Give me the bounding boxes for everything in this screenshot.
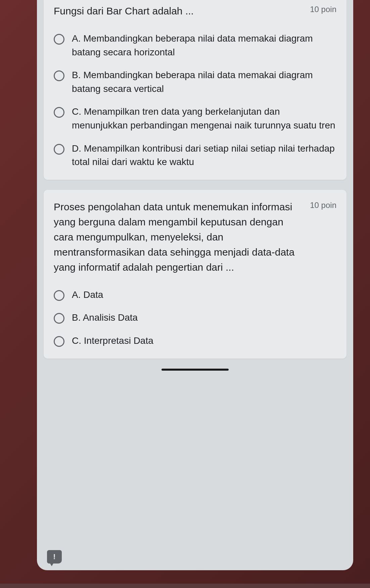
option-text: B. Analisis Data xyxy=(72,311,138,325)
radio-icon xyxy=(54,144,64,155)
question-points: 10 poin xyxy=(310,201,336,210)
option-c[interactable]: C. Interpretasi Data xyxy=(54,334,336,348)
option-a[interactable]: A. Data xyxy=(54,288,336,302)
radio-icon xyxy=(54,336,64,347)
question-card-1: Fungsi dari Bar Chart adalah ... 10 poin… xyxy=(44,0,346,180)
option-d[interactable]: D. Menampilkan kontribusi dari setiap ni… xyxy=(54,142,336,169)
question-points: 10 poin xyxy=(310,5,336,14)
radio-icon xyxy=(54,70,64,81)
option-text: C. Interpretasi Data xyxy=(72,334,153,348)
question-header: Proses pengolahan data untuk menemukan i… xyxy=(54,199,336,275)
option-text: A. Data xyxy=(72,288,103,302)
option-text: B. Membandingkan beberapa nilai data mem… xyxy=(72,68,336,96)
option-b[interactable]: B. Analisis Data xyxy=(54,311,336,325)
question-card-2: Proses pengolahan data untuk menemukan i… xyxy=(44,190,346,359)
screen-content: Fungsi dari Bar Chart adalah ... 10 poin… xyxy=(37,0,353,570)
question-header: Fungsi dari Bar Chart adalah ... 10 poin xyxy=(54,3,336,18)
option-text: C. Menampilkan tren data yang berkelanju… xyxy=(72,105,336,132)
option-text: D. Menampilkan kontribusi dari setiap ni… xyxy=(72,142,336,169)
option-a[interactable]: A. Membandingkan beberapa nilai data mem… xyxy=(54,32,336,59)
radio-icon xyxy=(54,313,64,324)
question-title: Proses pengolahan data untuk menemukan i… xyxy=(54,199,310,275)
option-b[interactable]: B. Membandingkan beberapa nilai data mem… xyxy=(54,68,336,96)
phone-frame: Fungsi dari Bar Chart adalah ... 10 poin… xyxy=(0,0,370,584)
radio-icon xyxy=(54,290,64,301)
feedback-icon[interactable] xyxy=(47,550,62,564)
radio-icon xyxy=(54,107,64,118)
home-indicator[interactable] xyxy=(161,369,229,371)
question-title: Fungsi dari Bar Chart adalah ... xyxy=(54,3,310,18)
option-text: A. Membandingkan beberapa nilai data mem… xyxy=(72,32,336,59)
option-c[interactable]: C. Menampilkan tren data yang berkelanju… xyxy=(54,105,336,132)
radio-icon xyxy=(54,34,64,45)
